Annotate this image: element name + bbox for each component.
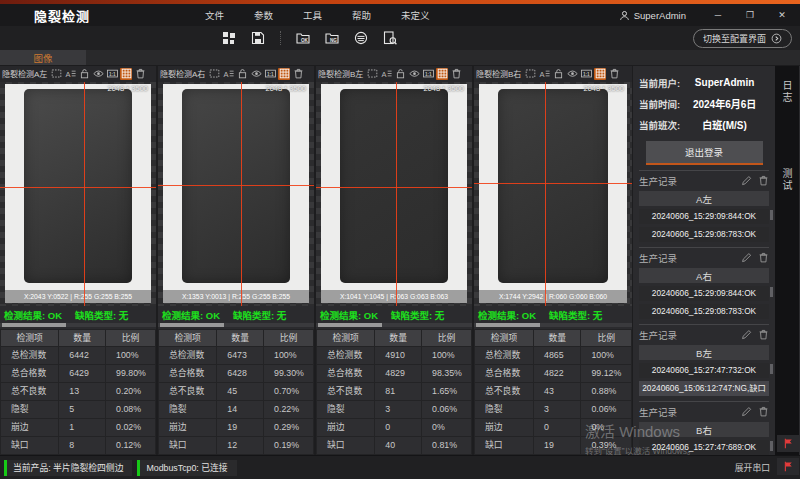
image-viewport[interactable]: X:1744 Y:2942 | R:060 G:060 B:0602048 * … [474,82,632,306]
record-item[interactable]: 20240606_15:29:09:844:OK [639,209,769,224]
table-ratio-cell: 98.35% [422,365,472,383]
vertical-scrollbar[interactable] [770,441,773,451]
side-tab-1[interactable]: 测试 [780,168,794,192]
trash-icon[interactable] [134,68,146,80]
expand-serial-label[interactable]: 展开串口 [735,461,770,474]
record-item[interactable]: 20240606_15:29:09:844:OK [639,286,769,301]
scrollbar-handle[interactable] [476,323,540,327]
record-list[interactable]: 20240606_15:29:09:844:OK20240606_15:29:0… [639,286,769,319]
eye-icon[interactable] [408,68,420,80]
eye-icon[interactable] [250,68,262,80]
trash-icon[interactable] [292,68,304,80]
record-item[interactable]: 20240606_15:27:47:732:OK [639,363,769,378]
record-list[interactable]: 20240606_15:29:09:844:OK20240606_15:29:0… [639,209,769,242]
text-annotation-icon[interactable]: A [380,68,392,80]
lock-icon[interactable] [394,68,406,80]
trash-icon[interactable] [758,175,769,186]
scrollbar-handle[interactable] [2,323,66,327]
text-annotation-icon[interactable]: A [64,68,76,80]
tab-image[interactable]: 图像 [0,50,86,65]
trash-icon[interactable] [758,329,769,340]
select-rect-icon[interactable] [50,68,62,80]
alarm-flag-lower[interactable] [777,458,799,475]
switch-to-config-button[interactable]: 切换至配置界面 [693,29,792,48]
record-item[interactable]: 20240606_15:27:47:689:OK [639,440,769,455]
toolbar-icons: OKNG [222,31,397,45]
table-header-cell: 比例 [106,329,156,347]
one-to-one-icon[interactable]: 1:1 [580,68,592,80]
lock-icon[interactable] [552,68,564,80]
svg-text:A: A [381,70,386,79]
current-product-status: 当前产品: 半片隐裂检四侧边 [4,460,132,476]
table-count-cell: 6428 [217,365,264,383]
layers-icon[interactable] [354,31,368,45]
alarm-flag-upper[interactable] [777,435,799,452]
grid-icon[interactable] [120,68,132,80]
save-icon[interactable] [251,31,265,45]
horizontal-scrollbar[interactable] [158,323,314,327]
image-viewport[interactable]: X:1041 Y:1045 | R:063 G:063 B:0632048 * … [316,82,472,306]
trash-icon[interactable] [608,68,620,80]
lock-icon[interactable] [78,68,90,80]
record-list[interactable]: 20240606_15:27:47:689:OK20240606_15:06:1… [639,440,769,455]
text-annotation-icon[interactable]: A [222,68,234,80]
grid-icon[interactable] [278,68,290,80]
menu-item-3[interactable]: 帮助 [352,8,371,22]
select-rect-icon[interactable] [208,68,220,80]
table-count-cell: 19 [217,419,264,437]
one-to-one-icon[interactable]: 1:1 [264,68,276,80]
side-tab-0[interactable]: 日志 [780,80,794,104]
record-item[interactable]: 20240606_15:29:08:783:OK [639,227,769,242]
minimize-button[interactable]: ─ [704,5,732,25]
close-button[interactable]: ✕ [768,5,796,25]
scrollbar-handle[interactable] [318,323,382,327]
grid-icon[interactable] [594,68,606,80]
tiles-icon[interactable] [222,31,236,45]
record-group-3: 生产记录B右20240606_15:27:47:689:OK20240606_1… [639,401,769,455]
maximize-button[interactable]: ❐ [736,5,764,25]
pencil-icon[interactable] [741,252,752,263]
folder-ok-icon[interactable]: OK [296,31,310,45]
menu-item-2[interactable]: 工具 [303,8,322,22]
horizontal-scrollbar[interactable] [0,323,156,327]
image-viewport[interactable]: X:1353 Y:0013 | R:255 G:255 B:2552048 * … [158,82,314,306]
select-rect-icon[interactable] [524,68,536,80]
grid-icon[interactable] [436,68,448,80]
one-to-one-icon[interactable]: 1:1 [106,68,118,80]
table-ratio-cell: 99.80% [106,365,156,383]
crosshair-vertical [396,82,397,306]
text-annotation-icon[interactable]: A [538,68,550,80]
select-rect-icon[interactable] [366,68,378,80]
record-list[interactable]: 20240606_15:27:47:732:OK20240606_15:06:1… [639,363,769,396]
scrollbar-handle[interactable] [160,323,224,327]
logout-button[interactable]: 退出登录 [646,141,763,165]
trash-icon[interactable] [758,406,769,417]
menu-item-0[interactable]: 文件 [205,8,224,22]
record-item[interactable]: 20240606_15:29:08:783:OK [639,304,769,319]
lock-icon[interactable] [236,68,248,80]
user-chip[interactable]: SuperAdmin [619,10,686,21]
eye-icon[interactable] [566,68,578,80]
pencil-icon[interactable] [741,329,752,340]
folder-ng-icon[interactable]: NG [325,31,339,45]
panel-title: 隐裂检测A左 [2,68,47,79]
eye-icon[interactable] [92,68,104,80]
one-to-one-icon[interactable]: 1:1 [422,68,434,80]
vertical-scrollbar[interactable] [770,364,773,374]
trash-icon[interactable] [758,252,769,263]
record-item[interactable]: 20240606_15:06:12:747:NG,缺口 [639,381,769,396]
horizontal-scrollbar[interactable] [316,323,472,327]
pencil-icon[interactable] [741,175,752,186]
table-ratio-cell: 0% [422,419,472,437]
table-ratio-cell: 99.12% [581,365,632,383]
menu-item-1[interactable]: 参数 [254,8,273,22]
trash-icon[interactable] [450,68,462,80]
vertical-scrollbar[interactable] [770,210,773,220]
table-count-cell: 14 [217,401,264,419]
pencil-icon[interactable] [741,406,752,417]
horizontal-scrollbar[interactable] [474,323,632,327]
image-viewport[interactable]: X:2043 Y:0522 | R:255 G:255 B:2552048 * … [0,82,156,306]
vertical-scrollbar[interactable] [770,287,773,297]
search-doc-icon[interactable] [383,31,397,45]
menu-item-4[interactable]: 未定义 [401,8,430,22]
